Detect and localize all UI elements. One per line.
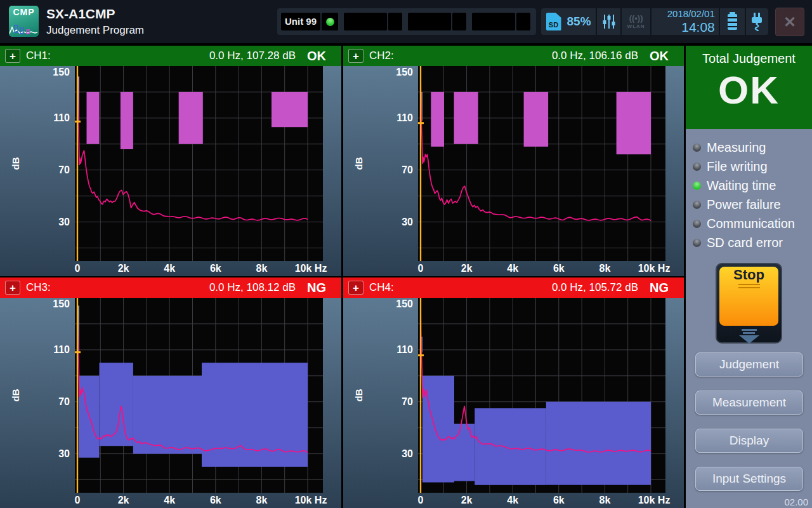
status-led-off <box>693 163 701 171</box>
spectrum-plot-ch2[interactable] <box>418 66 665 261</box>
app-logo-spectrum-icon <box>10 22 37 36</box>
cursor-readout: 0.0 Hz, 107.28 dB <box>209 46 296 66</box>
unit-slot-name-box <box>344 13 387 30</box>
status-item-label: Power failure <box>707 197 781 212</box>
y-axis-tick-label: 30 <box>37 448 70 460</box>
y-axis-unit-label: dB <box>353 157 364 170</box>
channel-header-ch4: +CH4:0.0 Hz, 105.72 dBNG <box>343 277 684 298</box>
status-led-on <box>693 182 701 190</box>
total-judgement-title: Total Judgement <box>686 51 812 66</box>
app-identity: CMP SX-A1CMP Judgement Program <box>9 6 144 37</box>
x-axis-tick-label: 0 <box>75 263 81 274</box>
channel-label: CH3: <box>26 277 51 298</box>
y-axis-tick-label: 110 <box>380 112 413 124</box>
spectrum-plot-ch1[interactable] <box>75 66 323 261</box>
app-logo-text: CMP <box>9 7 39 17</box>
sd-capacity-value: 85% <box>567 15 591 29</box>
expand-channel-button-ch1[interactable]: + <box>5 49 20 63</box>
unit-slot-empty <box>408 13 466 30</box>
x-axis-tick-label: 6k <box>210 495 221 506</box>
status-led-off <box>693 220 701 228</box>
app-title: SX-A1CMP <box>46 6 144 22</box>
x-axis-tick-label: 10k Hz <box>638 495 671 506</box>
y-axis-tick-label: 150 <box>37 67 70 78</box>
stop-button[interactable]: Stop <box>716 263 782 344</box>
wlan-status: ((•)) WLAN <box>622 8 650 35</box>
menu-button-judgement[interactable]: Judgement <box>695 352 803 377</box>
time-value: 14:08 <box>681 20 715 35</box>
menu-button-display[interactable]: Display <box>695 429 803 453</box>
power-status <box>746 8 768 35</box>
status-item-communication: Communication <box>693 214 795 233</box>
channel-header-ch2: +CH2:0.0 Hz, 106.16 dBOK <box>343 46 684 66</box>
expand-channel-button-ch4[interactable]: + <box>348 281 363 295</box>
sd-card-icon: SD <box>546 13 561 30</box>
status-led-off <box>693 239 701 247</box>
unit-panel: Unit 99 <box>277 8 536 35</box>
y-axis-tick-label: 110 <box>380 344 413 356</box>
status-item-label: Measuring <box>707 140 766 155</box>
x-axis-tick-label: 4k <box>164 263 175 274</box>
x-axis-tick-label: 8k <box>256 495 267 506</box>
battery-status <box>720 8 745 35</box>
unit-name-label: Unit 99 <box>281 13 320 30</box>
x-axis-tick-label: 8k <box>599 263 610 274</box>
spectrum-plot-ch3[interactable] <box>75 298 323 493</box>
expand-channel-button-ch3[interactable]: + <box>5 281 20 295</box>
unit-slot-empty <box>344 13 402 30</box>
status-item-power-failure: Power failure <box>693 195 781 214</box>
y-axis-tick-label: 150 <box>380 298 413 310</box>
close-button[interactable]: ✕ <box>775 8 804 36</box>
x-axis-tick-label: 10k Hz <box>638 263 671 274</box>
wlan-icon: ((•)) <box>629 14 643 22</box>
level-settings-icon <box>597 8 620 35</box>
x-axis-tick-label: 6k <box>553 495 565 506</box>
menu-button-measurement[interactable]: Measurement <box>695 391 803 415</box>
y-axis-tick-label: 70 <box>37 164 70 176</box>
status-item-measuring: Measuring <box>693 138 766 157</box>
sd-card-status: SD 85% <box>541 8 596 35</box>
expand-channel-button-ch2[interactable]: + <box>348 49 363 63</box>
y-axis-tick-label: 110 <box>37 344 70 356</box>
x-axis-tick-label: 4k <box>507 263 518 274</box>
sliders-icon <box>601 13 617 30</box>
channel-header-ch3: +CH3:0.0 Hz, 108.12 dBNG <box>0 277 341 298</box>
x-axis-tick-label: 2k <box>461 263 473 274</box>
y-axis-tick-label: 30 <box>380 217 413 228</box>
date-value: 2018/02/01 <box>667 8 715 19</box>
channel-label: CH1: <box>26 46 51 66</box>
y-axis-tick-label: 150 <box>37 298 70 310</box>
chart-cell-ch2: 1501107030dB02k4k6k8k10k Hz <box>343 66 684 276</box>
status-item-sd-card-error: SD card error <box>693 233 783 252</box>
y-axis-unit-label: dB <box>10 157 21 170</box>
channel-judgement-badge: OK <box>650 46 669 66</box>
battery-icon <box>728 14 737 30</box>
x-axis-tick-label: 2k <box>118 495 129 506</box>
menu-button-input-settings[interactable]: Input Settings <box>695 467 803 491</box>
status-item-label: File writing <box>707 159 768 174</box>
x-axis-tick-label: 8k <box>256 263 267 274</box>
x-axis-tick-label: 4k <box>164 495 175 506</box>
app-window: CMP SX-A1CMP Judgement Program Unit 99 <box>0 0 812 508</box>
spectrum-plot-ch4[interactable] <box>418 298 665 493</box>
stop-grip-lines <box>738 284 760 289</box>
x-axis-tick-label: 10k Hz <box>295 263 327 274</box>
app-subtitle: Judgement Program <box>46 24 144 37</box>
stop-button-face: Stop <box>719 267 778 326</box>
system-status-panel: SD 85% ((•)) WLAN 201 <box>541 8 768 35</box>
y-axis-tick-label: 70 <box>380 164 413 176</box>
x-axis-tick-label: 2k <box>461 495 473 506</box>
version-label: 02.00 <box>784 497 808 507</box>
unit-slot-name-box <box>408 13 451 30</box>
x-axis-tick-label: 0 <box>75 495 81 506</box>
y-axis-tick-label: 30 <box>37 217 70 228</box>
status-item-file-writing: File writing <box>693 157 768 176</box>
channel-label: CH2: <box>369 46 394 66</box>
x-axis-tick-label: 6k <box>210 263 221 274</box>
arrow-down-icon <box>717 329 781 344</box>
unit-slot-led-box <box>388 13 402 30</box>
stop-button-label: Stop <box>719 267 778 283</box>
unit-slot-empty <box>472 13 530 30</box>
cursor-readout: 0.0 Hz, 108.12 dB <box>209 277 296 298</box>
channel-judgement-badge: NG <box>307 277 326 298</box>
